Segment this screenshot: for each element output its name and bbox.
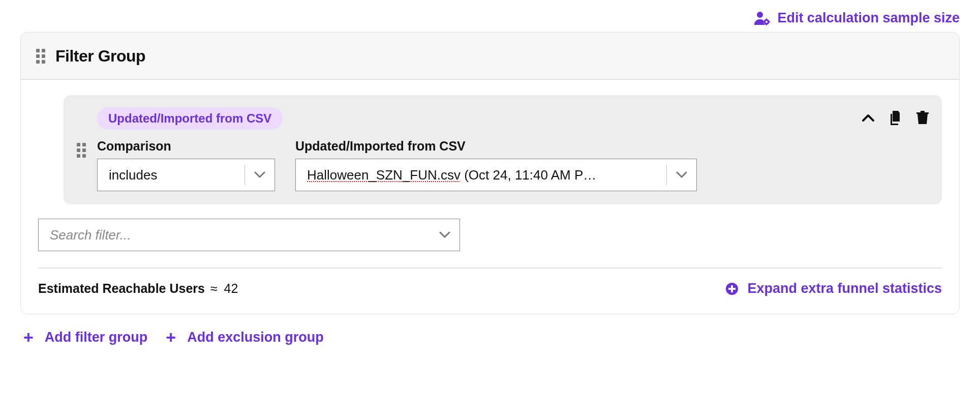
- drag-handle-icon[interactable]: [77, 143, 86, 158]
- csv-file-value: Halloween_SZN_FUN.csv (Oct 24, 11:40 AM …: [296, 167, 666, 183]
- plus-icon: +: [166, 329, 176, 346]
- card-header: Filter Group: [21, 33, 959, 80]
- add-filter-group-label: Add filter group: [45, 330, 147, 345]
- user-gear-icon: [754, 11, 770, 26]
- add-exclusion-group-button[interactable]: + Add exclusion group: [166, 329, 323, 346]
- comparison-value: includes: [98, 167, 244, 183]
- svg-rect-6: [763, 21, 764, 22]
- divider: [38, 267, 942, 268]
- add-filter-group-button[interactable]: + Add filter group: [23, 329, 147, 346]
- plus-circle-icon: [725, 282, 739, 296]
- filter-row: Updated/Imported from CSV Comparison inc…: [64, 95, 942, 204]
- edit-sample-size-link[interactable]: Edit calculation sample size: [754, 10, 960, 26]
- svg-rect-7: [769, 21, 770, 22]
- card-title: Filter Group: [55, 47, 145, 66]
- svg-rect-5: [766, 24, 767, 25]
- estimated-users: Estimated Reachable Users ≈ 42: [38, 281, 238, 296]
- comparison-select[interactable]: includes: [97, 159, 275, 191]
- search-filter-placeholder: Search filter...: [39, 227, 430, 243]
- csv-label: Updated/Imported from CSV: [295, 139, 697, 154]
- csv-file-select[interactable]: Halloween_SZN_FUN.csv (Oct 24, 11:40 AM …: [295, 159, 697, 191]
- expand-funnel-stats-label: Expand extra funnel statistics: [747, 281, 942, 296]
- comparison-label: Comparison: [97, 139, 275, 154]
- estimated-users-label: Estimated Reachable Users: [38, 281, 205, 295]
- trash-icon: [916, 111, 929, 125]
- svg-point-3: [765, 21, 768, 23]
- estimated-users-value: 42: [224, 281, 238, 295]
- delete-button[interactable]: [916, 111, 929, 125]
- chevron-up-icon: [862, 113, 875, 123]
- filter-chip: Updated/Imported from CSV: [97, 107, 283, 130]
- filter-group-card: Filter Group Updated/Imported from CSV C…: [20, 32, 960, 314]
- expand-funnel-stats-link[interactable]: Expand extra funnel statistics: [725, 281, 942, 296]
- edit-sample-size-label: Edit calculation sample size: [777, 10, 960, 26]
- search-filter-select[interactable]: Search filter...: [38, 219, 460, 251]
- chevron-down-icon: [245, 171, 274, 178]
- plus-icon: +: [23, 329, 34, 346]
- chevron-down-icon: [667, 171, 696, 178]
- drag-handle-icon[interactable]: [36, 49, 45, 64]
- chevron-down-icon: [430, 231, 460, 238]
- svg-point-0: [757, 12, 763, 18]
- collapse-button[interactable]: [862, 113, 875, 123]
- svg-rect-4: [766, 18, 767, 20]
- copy-icon: [889, 110, 902, 126]
- duplicate-button[interactable]: [889, 110, 902, 126]
- add-exclusion-group-label: Add exclusion group: [187, 330, 324, 345]
- svg-rect-8: [916, 112, 929, 114]
- svg-rect-9: [921, 111, 925, 112]
- svg-rect-12: [728, 288, 736, 290]
